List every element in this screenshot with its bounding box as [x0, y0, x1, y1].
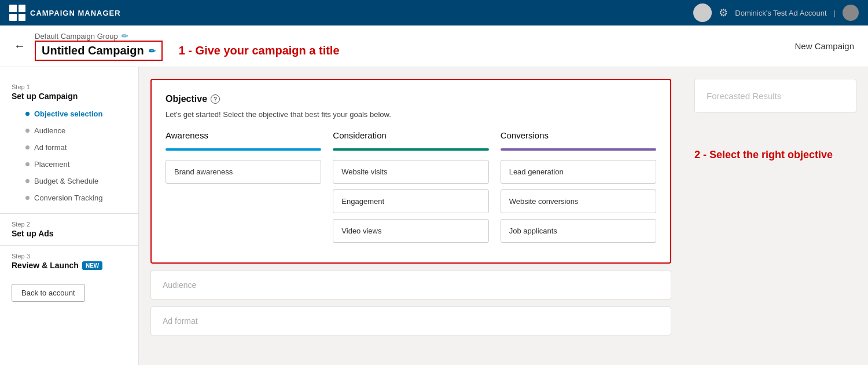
lead-generation-option[interactable]: Lead generation	[501, 160, 656, 184]
website-visits-option[interactable]: Website visits	[333, 160, 488, 184]
conversions-bar	[501, 148, 656, 151]
step-title: 1 - Give your campaign a title	[179, 44, 340, 57]
brand-awareness-option[interactable]: Brand awareness	[165, 160, 321, 184]
step2-section: Step 2 Set up Ads	[0, 213, 138, 245]
audience-collapsed[interactable]: Audience	[150, 271, 671, 300]
step1-label: Step 1	[12, 83, 127, 90]
user-avatar[interactable]	[693, 3, 712, 22]
topnav-right: ⚙ Dominick's Test Ad Account |	[693, 3, 859, 22]
sidebar-item-conversion-tracking[interactable]: Conversion Tracking	[12, 189, 127, 206]
campaign-name-row: Untitled Campaign ✏ 1 - Give your campai…	[35, 41, 340, 61]
logo: CAMPAIGN MANAGER	[9, 5, 121, 21]
sidebar-item-placement[interactable]: Placement	[12, 156, 127, 173]
campaign-group-edit-icon[interactable]: ✏	[122, 31, 128, 41]
campaign-group-row: Default Campaign Group ✏	[35, 31, 340, 41]
topnav-left: CAMPAIGN MANAGER	[9, 5, 121, 21]
separator: |	[834, 9, 836, 17]
sidebar-items-list: Objective selection Audience Ad format P…	[12, 105, 127, 206]
step1-section: Step 1 Set up Campaign Objective selecti…	[0, 76, 138, 213]
back-button[interactable]: ←	[14, 39, 25, 53]
video-views-option[interactable]: Video views	[333, 219, 488, 243]
sidebar-item-audience[interactable]: Audience	[12, 122, 127, 139]
consideration-column: Consideration Website visits Engagement …	[333, 130, 488, 249]
header-bar: ← Default Campaign Group ✏ Untitled Camp…	[0, 25, 868, 67]
forecasted-title: Forecasted Results	[707, 91, 844, 101]
campaign-name: Untitled Campaign	[42, 44, 144, 57]
content-area: Objective ? Let's get started! Select th…	[139, 67, 683, 365]
back-to-account-button[interactable]: Back to account	[12, 284, 85, 302]
sidebar-item-budget-schedule[interactable]: Budget & Schedule	[12, 173, 127, 189]
dot-icon	[25, 196, 30, 200]
objectives-grid: Awareness Brand awareness Consideration …	[165, 130, 656, 249]
header-left: ← Default Campaign Group ✏ Untitled Camp…	[14, 31, 340, 61]
campaign-name-edit-icon[interactable]: ✏	[149, 46, 156, 56]
sidebar-item-label: Audience	[34, 126, 65, 135]
sidebar: Step 1 Set up Campaign Objective selecti…	[0, 67, 139, 365]
campaign-name-box: Untitled Campaign ✏	[35, 41, 163, 61]
campaign-info: Default Campaign Group ✏ Untitled Campai…	[35, 31, 340, 61]
ad-format-collapsed[interactable]: Ad format	[150, 306, 671, 335]
profile-avatar[interactable]	[843, 5, 859, 21]
awareness-header: Awareness	[165, 130, 321, 144]
dot-icon	[25, 162, 30, 166]
sidebar-item-label: Ad format	[34, 143, 67, 152]
account-name: Dominick's Test Ad Account	[735, 9, 826, 17]
sidebar-item-objective-selection[interactable]: Objective selection	[12, 105, 127, 122]
objective-heading: Objective ?	[165, 94, 656, 104]
consideration-bar	[333, 148, 488, 151]
sidebar-item-label: Budget & Schedule	[34, 177, 98, 185]
engagement-option[interactable]: Engagement	[333, 189, 488, 213]
website-conversions-option[interactable]: Website conversions	[501, 189, 656, 213]
sidebar-item-label: Objective selection	[34, 110, 103, 118]
conversions-column: Conversions Lead generation Website conv…	[501, 130, 656, 249]
dot-icon	[25, 179, 30, 183]
sidebar-item-label: Placement	[34, 160, 69, 169]
step3-label: Step 3	[12, 253, 127, 260]
gear-icon[interactable]: ⚙	[719, 6, 728, 19]
help-icon[interactable]: ?	[211, 94, 220, 104]
objective-label: Objective	[165, 94, 207, 104]
consideration-header: Consideration	[333, 130, 488, 144]
awareness-bar	[165, 148, 321, 151]
step2-name: Set up Ads	[12, 229, 127, 238]
top-navigation: CAMPAIGN MANAGER ⚙ Dominick's Test Ad Ac…	[0, 0, 868, 25]
dot-icon	[25, 145, 30, 149]
step1-name: Set up Campaign	[12, 92, 127, 101]
step2-label: Step 2	[12, 221, 127, 228]
ad-format-label: Ad format	[163, 316, 198, 326]
right-panel: Forecasted Results 2 - Select the right …	[683, 67, 868, 365]
awareness-column: Awareness Brand awareness	[165, 130, 321, 249]
objective-description: Let's get started! Select the objective …	[165, 110, 656, 119]
dot-icon	[25, 112, 30, 116]
sidebar-item-label: Conversion Tracking	[34, 194, 103, 202]
app-title: CAMPAIGN MANAGER	[30, 9, 121, 17]
objective-card: Objective ? Let's get started! Select th…	[150, 79, 671, 264]
step3-section: Step 3 Review & Launch NEW	[0, 245, 138, 277]
conversions-header: Conversions	[501, 130, 656, 144]
new-campaign-button[interactable]: New Campaign	[795, 41, 854, 51]
select-objective-note: 2 - Select the right objective	[694, 148, 856, 162]
logo-grid-icon	[9, 5, 25, 21]
main-layout: Step 1 Set up Campaign Objective selecti…	[0, 67, 868, 365]
forecasted-card: Forecasted Results	[694, 79, 856, 113]
sidebar-item-ad-format[interactable]: Ad format	[12, 139, 127, 156]
step3-name: Review & Launch NEW	[12, 261, 127, 270]
dot-icon	[25, 129, 30, 133]
new-badge: NEW	[82, 261, 102, 270]
audience-label: Audience	[163, 280, 196, 290]
job-applicants-option[interactable]: Job applicants	[501, 219, 656, 243]
campaign-group-label: Default Campaign Group	[35, 32, 118, 41]
